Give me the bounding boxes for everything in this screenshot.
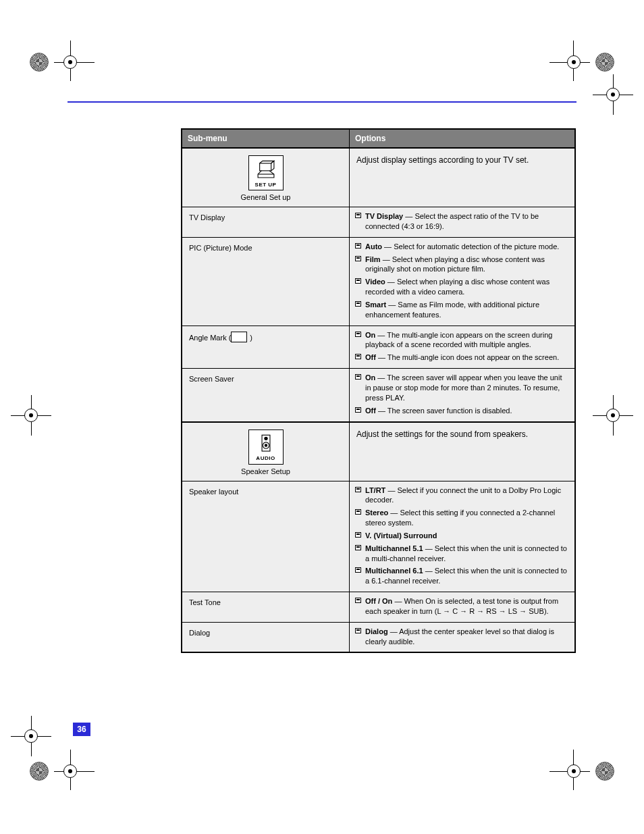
reg-hatch-bl <box>30 762 49 781</box>
option-text: On — The multi-angle icon appears on the… <box>365 330 569 350</box>
option-box-icon <box>355 509 361 515</box>
option-box-icon <box>355 213 361 218</box>
option-box-icon <box>355 598 361 603</box>
angle-screen-icon <box>231 332 247 342</box>
row-dialog: Dialog Dialog — Adjust the center speake… <box>182 623 574 652</box>
reg-hatch-tl <box>30 53 49 72</box>
option-box-icon <box>355 487 361 492</box>
section-setup: SET UP General Set up Adjust display set… <box>182 149 574 207</box>
svg-point-2 <box>264 437 267 440</box>
cropmark-br <box>549 750 590 790</box>
option-text: Stereo — Select this setting if you conn… <box>365 508 569 528</box>
option-text: Multichannel 6.1 — Select this when the … <box>365 566 569 586</box>
option-box-icon <box>355 332 361 337</box>
option-box-icon <box>355 545 361 550</box>
option-text: Off — The multi-angle icon does not appe… <box>365 353 569 363</box>
cropmark-bl2 <box>11 716 51 756</box>
row-screen-saver-left: Screen Saver <box>182 369 350 421</box>
option-box-icon <box>355 256 361 261</box>
table-header-submenu: Sub-menu <box>182 130 350 147</box>
option-text: LT/RT — Select if you connect the unit t… <box>365 486 569 506</box>
row-speaker-layout: Speaker layout LT/RT — Select if you con… <box>182 481 574 593</box>
section-audio: AUDIO Speaker Setup Adjust the settings … <box>182 423 574 481</box>
row-dialog-left: Dialog <box>182 623 350 652</box>
option-text: Off — The screen saver function is disab… <box>365 406 569 416</box>
row-test-tone: Test Tone Off / On — When On is selected… <box>182 592 574 623</box>
section-audio-left: AUDIO Speaker Setup <box>182 423 350 481</box>
row-angle-mark-left: Angle Mark () <box>182 326 350 369</box>
option-box-icon <box>355 374 361 380</box>
option-text: On — The screen saver will appear when y… <box>365 373 569 403</box>
option-box-icon <box>355 278 361 284</box>
table-header-options: Options <box>350 130 574 147</box>
row-tv-display-left: TV Display <box>182 207 350 237</box>
audio-icon: AUDIO <box>248 429 284 465</box>
option-text: Smart — Same as Film mode, with addition… <box>365 300 569 320</box>
reg-hatch-br <box>595 762 614 781</box>
row-test-tone-left: Test Tone <box>182 592 350 622</box>
table-header-row: Sub-menu Options <box>182 130 574 149</box>
cropmark-ml <box>11 395 51 436</box>
option-box-icon <box>355 532 361 538</box>
option-text: Auto — Select for automatic detection of… <box>365 242 569 252</box>
page-number: 36 <box>73 723 90 736</box>
row-pic-mode: PIC (Picture) Mode Auto — Select for aut… <box>182 238 574 326</box>
option-text: Off / On — When On is selected, a test t… <box>365 596 569 617</box>
option-text: TV Display — Select the aspect ratio of … <box>365 211 569 232</box>
svg-point-4 <box>265 444 267 446</box>
section-setup-left: SET UP General Set up <box>182 149 350 207</box>
reg-hatch-tr <box>595 53 614 72</box>
section-setup-title: General Set up <box>241 193 291 201</box>
option-text: Multichannel 5.1 — Select this when the … <box>365 544 569 564</box>
option-box-icon <box>355 567 361 573</box>
option-text: Film — Select when playing a disc whose … <box>365 255 569 275</box>
option-box-icon <box>355 243 361 249</box>
option-text: V. (Virtual) Surround <box>365 531 569 541</box>
cropmark-tr2 <box>593 74 633 115</box>
page-header-rule <box>68 101 576 103</box>
option-box-icon <box>355 628 361 633</box>
option-box-icon <box>355 301 361 307</box>
option-box-icon <box>355 407 361 413</box>
row-speaker-layout-left: Speaker layout <box>182 481 350 592</box>
row-angle-mark: Angle Mark () On — The multi-angle icon … <box>182 326 574 369</box>
cropmark-tr <box>549 41 590 81</box>
option-box-icon <box>355 354 361 359</box>
section-setup-desc: Adjust display settings according to you… <box>350 149 574 207</box>
option-text: Video — Select when playing a disc whose… <box>365 277 569 297</box>
cropmark-bl <box>54 750 95 790</box>
row-tv-display: TV Display TV Display — Select the aspec… <box>182 207 574 238</box>
svg-rect-0 <box>259 163 271 170</box>
settings-table: Sub-menu Options SET UP General Set up A… <box>181 128 576 653</box>
cropmark-mr <box>593 395 633 436</box>
section-audio-desc: Adjust the settings for the sound from s… <box>350 423 574 481</box>
row-screen-saver: Screen Saver On — The screen saver will … <box>182 369 574 422</box>
option-text: Dialog — Adjust the center speaker level… <box>365 627 569 647</box>
row-pic-mode-left: PIC (Picture) Mode <box>182 238 350 325</box>
section-audio-title: Speaker Setup <box>241 467 290 475</box>
setup-icon: SET UP <box>248 155 284 190</box>
